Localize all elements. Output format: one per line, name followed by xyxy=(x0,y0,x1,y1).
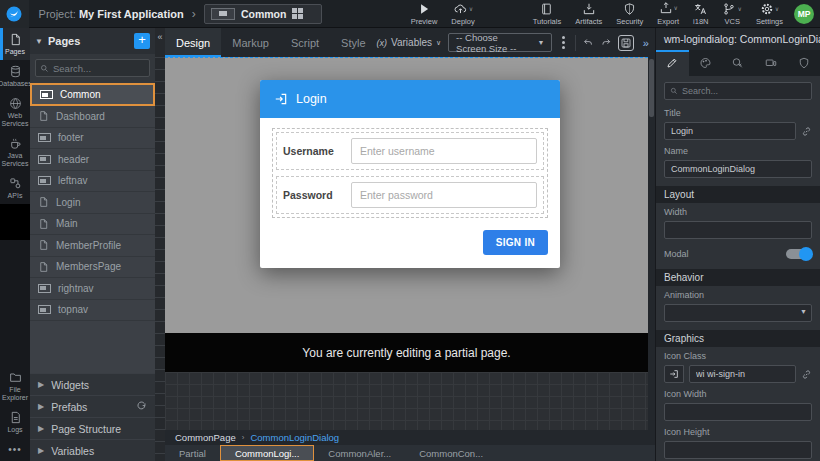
tab-design[interactable]: Design xyxy=(165,28,221,57)
variables-icon: (x) xyxy=(377,38,388,48)
icon-height-input[interactable] xyxy=(664,441,812,459)
bind-link-icon[interactable] xyxy=(801,369,812,380)
tab-partial[interactable]: Partial xyxy=(165,445,220,461)
i18n-button[interactable]: i18N xyxy=(686,0,715,28)
pages-search-input[interactable] xyxy=(53,63,133,74)
more-options-icon[interactable]: ••• xyxy=(0,438,30,461)
tab-events[interactable] xyxy=(722,50,755,76)
password-input[interactable] xyxy=(351,182,537,208)
scrollbar-thumb[interactable] xyxy=(649,59,654,117)
screen-size-select[interactable]: -- Choose Screen Size -- ▼ xyxy=(448,33,552,52)
tutorials-button[interactable]: Tutorials xyxy=(526,0,568,28)
login-dialog[interactable]: Login Username Password xyxy=(260,80,560,268)
tab-script[interactable]: Script xyxy=(280,28,330,57)
bind-link-icon[interactable] xyxy=(801,126,812,137)
pages-panel-title: Pages xyxy=(48,35,134,47)
rail-item-apis[interactable]: APIs xyxy=(0,172,30,204)
shield-icon xyxy=(798,57,810,69)
tab-devices[interactable] xyxy=(754,50,787,76)
caret-right-icon: ▶ xyxy=(38,380,44,389)
pages-search[interactable] xyxy=(35,59,150,77)
properties-search-input[interactable] xyxy=(682,86,792,96)
page-selector[interactable]: Common xyxy=(204,4,322,24)
username-input[interactable] xyxy=(351,138,537,164)
dialog-header[interactable]: Login xyxy=(260,80,560,118)
page-item-dashboard[interactable]: Dashboard xyxy=(30,106,155,128)
accordion-prefabs[interactable]: ▶ Prefabs xyxy=(30,395,155,417)
page-item-rightnav[interactable]: rightnav xyxy=(30,278,155,300)
add-page-button[interactable]: + xyxy=(134,33,150,49)
tab-markup[interactable]: Markup xyxy=(221,28,280,57)
breadcrumb-current[interactable]: CommonLoginDialog xyxy=(250,432,339,443)
branch-icon xyxy=(722,2,736,16)
vcs-button[interactable]: ∨ VCS xyxy=(715,0,748,28)
rail-divider xyxy=(0,204,30,240)
tab-security-props[interactable] xyxy=(787,50,820,76)
tab-common-confirm-dialog[interactable]: CommonCon... xyxy=(405,445,497,461)
password-row[interactable]: Password xyxy=(276,176,544,214)
breadcrumb-page[interactable]: CommonPage xyxy=(175,432,236,443)
animation-select[interactable] xyxy=(664,304,812,322)
username-row[interactable]: Username xyxy=(276,132,544,170)
title-input[interactable] xyxy=(664,122,796,140)
rail-item-logs[interactable]: Logs xyxy=(0,406,30,438)
deploy-button[interactable]: ∨ Deploy xyxy=(444,0,481,28)
canvas-scrollbar[interactable] xyxy=(648,57,655,430)
accordion-widgets[interactable]: ▶ Widgets xyxy=(30,373,155,395)
pages-panel: ▼ Pages + Common Dashboard footer hea xyxy=(30,28,155,461)
user-avatar[interactable]: MP xyxy=(794,4,814,24)
page-icon xyxy=(38,218,49,230)
save-button[interactable] xyxy=(618,35,634,51)
preview-button[interactable]: Preview xyxy=(404,0,445,28)
tab-style[interactable]: Style xyxy=(330,28,376,57)
tab-common-login-dialog[interactable]: CommonLogi... xyxy=(220,445,314,461)
refresh-icon[interactable] xyxy=(136,401,147,412)
page-icon xyxy=(9,33,22,46)
page-item-header[interactable]: header xyxy=(30,149,155,171)
page-item-login[interactable]: Login xyxy=(30,192,155,214)
chevron-down-icon: ∨ xyxy=(436,39,441,47)
modal-toggle[interactable] xyxy=(786,249,812,259)
undo-icon[interactable] xyxy=(583,36,593,49)
accordion-page-structure[interactable]: ▶ Page Structure xyxy=(30,417,155,439)
width-input[interactable] xyxy=(664,221,812,239)
icon-class-input[interactable] xyxy=(689,365,796,383)
artifacts-button[interactable]: Artifacts xyxy=(568,0,609,28)
properties-search[interactable] xyxy=(664,82,812,100)
variables-button[interactable]: (x) Variables ∨ xyxy=(377,37,442,48)
name-input[interactable] xyxy=(664,160,812,178)
wavemaker-logo[interactable] xyxy=(0,0,29,28)
caret-right-icon: ▶ xyxy=(38,424,44,433)
redo-icon[interactable] xyxy=(601,36,611,49)
sign-in-button[interactable]: SIGN IN xyxy=(483,230,548,255)
rail-item-databases[interactable]: Databases xyxy=(0,60,30,92)
partial-icon xyxy=(211,8,235,20)
tab-common-alert-dialog[interactable]: CommonAler... xyxy=(314,445,405,461)
kebab-menu-icon[interactable] xyxy=(559,36,568,49)
accordion-variables[interactable]: ▶ Variables xyxy=(30,439,155,461)
collapse-left-icon[interactable]: « xyxy=(157,28,162,46)
page-item-footer[interactable]: footer xyxy=(30,128,155,150)
partial-icon xyxy=(38,133,51,142)
tab-styles[interactable] xyxy=(689,50,722,76)
settings-button[interactable]: ∨ Settings xyxy=(749,0,790,28)
database-icon xyxy=(9,65,22,78)
rail-item-java-services[interactable]: Java Services xyxy=(0,132,30,172)
export-button[interactable]: ∨ Export xyxy=(650,0,686,28)
expand-right-icon[interactable]: » xyxy=(641,37,651,49)
icon-width-input[interactable] xyxy=(664,403,812,421)
security-button[interactable]: Security xyxy=(609,0,650,28)
rail-item-pages[interactable]: Pages xyxy=(0,28,30,60)
page-item-memberspage[interactable]: MembersPage xyxy=(30,257,155,279)
caret-down-icon[interactable]: ▼ xyxy=(35,37,43,46)
page-item-leftnav[interactable]: leftnav xyxy=(30,171,155,193)
tab-properties[interactable] xyxy=(656,50,689,76)
page-item-topnav[interactable]: topnav xyxy=(30,300,155,322)
page-item-main[interactable]: Main xyxy=(30,214,155,236)
grid-icon[interactable] xyxy=(292,8,314,19)
rail-item-file-explorer[interactable]: File Explorer xyxy=(0,366,30,406)
page-item-memberprofile[interactable]: MemberProfile xyxy=(30,235,155,257)
page-item-common[interactable]: Common xyxy=(30,83,155,106)
login-form[interactable]: Username Password xyxy=(272,128,548,218)
rail-item-web-services[interactable]: Web Services xyxy=(0,92,30,132)
